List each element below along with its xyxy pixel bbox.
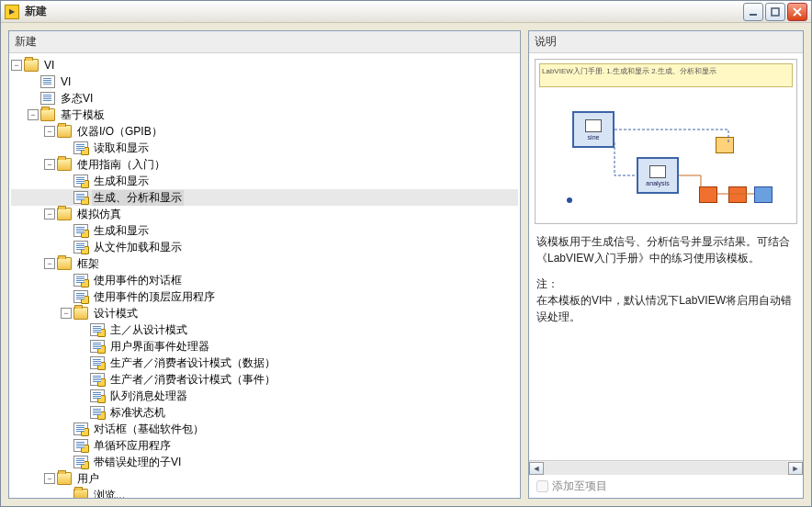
preview-thumbnail: LabVIEW入门手册. 1.生成和显示 2.生成、分析和显示 sine ana…: [535, 59, 797, 224]
tree-item-label: 从文件加载和显示: [92, 240, 184, 255]
vi-badge-icon: [90, 373, 105, 386]
tree-item-sim-gen[interactable]: 生成和显示: [11, 222, 518, 239]
tree-item-user[interactable]: −用户: [11, 470, 518, 487]
description-note: 注：在本模板的VI中，默认情况下LabVIEW将启用自动错误处理。: [536, 276, 795, 325]
tree-item-label: 标准状态机: [108, 405, 167, 421]
add-to-project-row[interactable]: 添加至项目: [529, 475, 803, 498]
add-to-project-label: 添加至项目: [552, 479, 607, 494]
folder-icon: [24, 59, 39, 72]
window-buttons: [743, 3, 807, 21]
folder-icon: [57, 125, 72, 138]
vi-badge-icon: [73, 241, 88, 254]
tree-item-dp-pcd[interactable]: 生产者／消费者设计模式（数据）: [11, 355, 518, 371]
tree-item-gpib[interactable]: −仪器I/O（GPIB）: [11, 123, 518, 140]
tree-item-label: 主／从设计模式: [108, 322, 189, 338]
tree-item-dp-qmh[interactable]: 队列消息处理器: [11, 388, 518, 404]
tree-item-guide-gad[interactable]: 生成、分析和显示: [11, 189, 518, 206]
collapse-icon[interactable]: −: [28, 109, 39, 120]
preview-banner: LabVIEW入门手册. 1.生成和显示 2.生成、分析和显示: [539, 63, 793, 87]
folder-closed-icon: [73, 489, 88, 498]
folder-icon: [40, 108, 55, 121]
tree-item-label: 使用事件的顶层应用程序: [92, 289, 217, 305]
tree-item-dp[interactable]: −设计模式: [11, 305, 518, 321]
app-icon: [5, 5, 19, 19]
tree-item-label: 使用指南（入门）: [75, 157, 167, 173]
vi-badge-icon: [90, 406, 105, 419]
tree-item-user-browse[interactable]: 浏览...: [11, 487, 518, 498]
tree-item-guide-gen[interactable]: 生成和显示: [11, 173, 518, 189]
collapse-icon[interactable]: −: [44, 473, 55, 484]
tree-panel: 新建 −VIVI多态VI−基于模板−仪器I/O（GPIB）读取和显示−使用指南（…: [8, 30, 521, 499]
description-panel: 说明 LabVIEW入门手册. 1.生成和显示 2.生成、分析和显示 sine …: [528, 30, 804, 499]
vi-badge-icon: [73, 274, 88, 287]
tree-item-dp-pce[interactable]: 生产者／消费者设计模式（事件）: [11, 371, 518, 388]
folder-icon: [73, 307, 88, 320]
description-panel-header: 说明: [529, 31, 803, 53]
tree-item-label: 设计模式: [92, 306, 140, 321]
collapse-icon[interactable]: −: [44, 126, 55, 137]
window-title: 新建: [25, 4, 743, 19]
vi-badge-icon: [73, 224, 88, 237]
tree-item-label: 模拟仿真: [75, 207, 123, 222]
collapse-icon[interactable]: −: [11, 60, 22, 71]
tree-item-frame[interactable]: −框架: [11, 255, 518, 272]
new-dialog-window: 新建 新建 −VIVI多态VI−基于模板−仪器I/O（GPIB）读取和显示−使用…: [0, 0, 812, 507]
tree-item-label: 带错误处理的子VI: [92, 455, 183, 470]
add-to-project-checkbox[interactable]: [536, 480, 548, 492]
tree-item-guide[interactable]: −使用指南（入门）: [11, 156, 518, 173]
preview-node-icon: [716, 137, 734, 153]
tree-item-dp-ui[interactable]: 用户界面事件处理器: [11, 338, 518, 355]
collapse-icon[interactable]: −: [61, 308, 72, 319]
maximize-button[interactable]: [765, 3, 785, 21]
preview-block-2: analysis: [637, 157, 679, 194]
tree-item-dp-ms[interactable]: 主／从设计模式: [11, 321, 518, 338]
vi-badge-icon: [73, 422, 88, 435]
vi-icon: [40, 75, 55, 88]
tree-item-frame-err[interactable]: 带错误处理的子VI: [11, 454, 518, 470]
preview-node-icon: [699, 186, 717, 203]
tree-item-label: 生产者／消费者设计模式（事件）: [108, 372, 277, 388]
preview-node-icon: [754, 186, 773, 203]
preview-terminal-icon: [567, 197, 572, 203]
vi-badge-icon: [90, 340, 105, 353]
tree-item-frame-top[interactable]: 使用事件的顶层应用程序: [11, 288, 518, 305]
tree-item-label: 用户界面事件处理器: [108, 339, 211, 355]
tree-item-frame-loop[interactable]: 单循环应用程序: [11, 437, 518, 454]
tree-item-label: 生产者／消费者设计模式（数据）: [108, 355, 277, 371]
tree-item-label: 仪器I/O（GPIB）: [75, 124, 164, 140]
vi-badge-icon: [73, 191, 88, 204]
template-tree[interactable]: −VIVI多态VI−基于模板−仪器I/O（GPIB）读取和显示−使用指南（入门）…: [9, 53, 520, 498]
tree-panel-header: 新建: [9, 31, 520, 53]
tree-item-dp-sm[interactable]: 标准状态机: [11, 404, 518, 421]
tree-item-vi-poly[interactable]: 多态VI: [11, 90, 518, 107]
tree-item-label: 队列消息处理器: [108, 389, 189, 404]
titlebar[interactable]: 新建: [1, 1, 811, 23]
folder-icon: [57, 158, 72, 171]
preview-scrollbar[interactable]: ◄ ►: [529, 460, 803, 475]
vi-badge-icon: [73, 439, 88, 452]
close-button[interactable]: [787, 3, 807, 21]
preview-block-1: sine: [572, 111, 615, 148]
vi-badge-icon: [90, 323, 105, 336]
tree-item-label: VI: [59, 75, 73, 88]
collapse-icon[interactable]: −: [44, 208, 55, 220]
tree-item-frame-dlg[interactable]: 使用事件的对话框: [11, 272, 518, 288]
tree-item-vi-vi[interactable]: VI: [11, 73, 518, 90]
scroll-right-button[interactable]: ►: [788, 462, 803, 475]
scroll-track[interactable]: [544, 462, 788, 475]
vi-badge-icon: [90, 389, 105, 402]
tree-item-sim-load[interactable]: 从文件加载和显示: [11, 239, 518, 255]
tree-item-frame-dlgbase[interactable]: 对话框（基础软件包）: [11, 421, 518, 437]
vi-badge-icon: [73, 456, 88, 468]
tree-item-label: 用户: [75, 471, 101, 487]
scroll-left-button[interactable]: ◄: [529, 462, 544, 475]
collapse-icon[interactable]: −: [44, 258, 55, 269]
svg-rect-0: [750, 14, 757, 16]
tree-item-sim[interactable]: −模拟仿真: [11, 206, 518, 222]
tree-item-tmpl[interactable]: −基于模板: [11, 107, 518, 123]
collapse-icon[interactable]: −: [44, 159, 55, 170]
tree-item-vi[interactable]: −VI: [11, 57, 518, 73]
tree-item-label: 生成和显示: [92, 223, 151, 239]
tree-item-gpib-read[interactable]: 读取和显示: [11, 140, 518, 156]
minimize-button[interactable]: [743, 3, 763, 21]
